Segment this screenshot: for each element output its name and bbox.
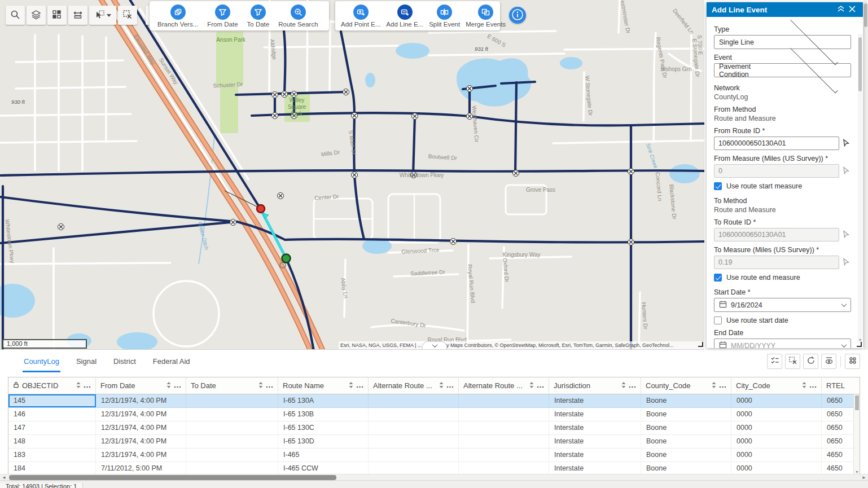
- column-menu-icon[interactable]: [537, 381, 544, 390]
- clear-table-selection-button[interactable]: [785, 354, 800, 369]
- column-menu-icon[interactable]: [719, 381, 726, 390]
- collapse-panel-button[interactable]: [835, 4, 847, 15]
- sort-icon[interactable]: [529, 381, 534, 390]
- scrollbar-thumb[interactable]: [864, 3, 867, 27]
- cell-county-code[interactable]: Boone: [641, 394, 731, 407]
- to-measure-input[interactable]: [714, 256, 839, 269]
- table-row[interactable]: 146 12/31/1974, 4:00 PM I-65 130B Inters…: [8, 408, 860, 421]
- cell-objectid[interactable]: 184: [8, 462, 96, 474]
- table-row[interactable]: 145 12/31/1974, 4:00 PM I-65 130A Inters…: [8, 394, 860, 408]
- column-header-city-code[interactable]: City_Code: [731, 377, 822, 394]
- table-row[interactable]: 183 12/31/1974, 4:00 PM I-465 Interstate…: [8, 449, 860, 462]
- cell-city-code[interactable]: 0000: [731, 421, 822, 434]
- cell-objectid[interactable]: 147: [8, 421, 96, 434]
- to-date-filter-button[interactable]: To Date: [247, 5, 270, 28]
- table-row[interactable]: 184 7/11/2012, 5:00 PM I-465 CCW Interst…: [8, 462, 860, 474]
- sort-icon[interactable]: [76, 381, 81, 390]
- cell-alternate-route-1[interactable]: [369, 408, 459, 421]
- cell-alternate-route-2[interactable]: [459, 394, 549, 407]
- panel-resize-handle[interactable]: [857, 342, 862, 347]
- scroll-down-arrow-icon[interactable]: ▼: [854, 470, 860, 474]
- cell-route-name[interactable]: I-65 130A: [278, 394, 369, 407]
- cell-route-name[interactable]: I-465 CCW: [278, 462, 369, 474]
- measure-button[interactable]: [68, 6, 87, 25]
- cell-jurisdiction[interactable]: Interstate: [549, 408, 641, 421]
- column-header-to-date[interactable]: To Date: [186, 377, 278, 394]
- use-route-end-measure-checkbox[interactable]: Use route end measure: [714, 274, 852, 282]
- cell-to-date[interactable]: [186, 449, 278, 461]
- cell-route-name[interactable]: I-65 130B: [278, 408, 369, 421]
- cell-route-name[interactable]: I-465: [278, 449, 369, 461]
- sort-icon[interactable]: [621, 381, 626, 390]
- event-select[interactable]: Pavement Condition: [714, 63, 851, 77]
- resize-handle[interactable]: [698, 342, 703, 347]
- cell-objectid[interactable]: 148: [8, 435, 96, 448]
- cell-county-code[interactable]: Boone: [641, 408, 731, 421]
- layers-button[interactable]: [27, 6, 46, 25]
- scrollbar-thumb[interactable]: [855, 395, 859, 410]
- cell-to-date[interactable]: [186, 421, 278, 434]
- collapse-table-button[interactable]: [422, 341, 447, 349]
- column-header-route-name[interactable]: Route Name: [278, 377, 369, 394]
- page-scrollbar[interactable]: [863, 0, 868, 350]
- add-line-event-button[interactable]: Add Line E...: [386, 5, 423, 28]
- cell-city-code[interactable]: 0000: [731, 435, 822, 448]
- scrollbar-thumb[interactable]: [858, 37, 862, 91]
- basemap-button[interactable]: [47, 6, 67, 25]
- cell-alternate-route-2[interactable]: [459, 449, 549, 461]
- cell-objectid[interactable]: 146: [8, 408, 96, 421]
- cell-jurisdiction[interactable]: Interstate: [549, 435, 641, 448]
- branch-version-button[interactable]: Branch Vers...: [157, 5, 198, 28]
- column-menu-icon[interactable]: [446, 381, 454, 390]
- hide-fields-button[interactable]: [821, 354, 836, 369]
- table-row[interactable]: 147 12/31/1974, 4:00 PM I-65 130C Inters…: [8, 421, 860, 435]
- cell-alternate-route-1[interactable]: [369, 462, 459, 474]
- column-menu-icon[interactable]: [356, 381, 363, 390]
- use-route-start-date-checkbox[interactable]: Use route start date: [714, 316, 852, 324]
- refresh-button[interactable]: [803, 354, 818, 369]
- from-measure-input[interactable]: [714, 164, 839, 178]
- start-date-picker[interactable]: 9/16/2024: [714, 298, 851, 312]
- table-horizontal-scrollbar[interactable]: ◄ ►: [0, 474, 868, 480]
- add-point-event-button[interactable]: Add Point E...: [341, 5, 380, 28]
- cell-jurisdiction[interactable]: Interstate: [549, 449, 641, 461]
- cell-objectid[interactable]: 183: [8, 449, 96, 461]
- close-panel-button[interactable]: [847, 4, 858, 15]
- cell-alternate-route-2[interactable]: [459, 462, 549, 474]
- cell-jurisdiction[interactable]: Interstate: [549, 394, 641, 407]
- show-selection-button[interactable]: [767, 354, 782, 369]
- map-view[interactable]: Elevated Way Sunset Way Anson Park Wille…: [0, 0, 704, 350]
- cell-from-date[interactable]: 12/31/1974, 4:00 PM: [96, 435, 186, 448]
- from-date-filter-button[interactable]: From Date: [207, 5, 238, 28]
- cell-to-date[interactable]: [186, 394, 278, 407]
- end-date-picker[interactable]: MM/DD/YYYY: [714, 338, 851, 348]
- sort-icon[interactable]: [166, 381, 171, 390]
- column-menu-icon[interactable]: [266, 381, 273, 390]
- from-route-id-input[interactable]: [714, 137, 839, 150]
- cell-jurisdiction[interactable]: Interstate: [549, 462, 641, 474]
- merge-events-button[interactable]: Merge Events: [466, 5, 506, 28]
- cell-county-code[interactable]: Boone: [641, 462, 731, 474]
- cell-county-code[interactable]: Boone: [641, 449, 731, 461]
- select-tool-button[interactable]: [89, 6, 116, 25]
- pick-to-route-on-map-button[interactable]: [842, 230, 850, 240]
- use-route-start-measure-checkbox[interactable]: Use route start measure: [714, 182, 852, 190]
- column-menu-icon[interactable]: [174, 381, 181, 390]
- sort-icon[interactable]: [349, 381, 353, 390]
- tab-district[interactable]: District: [112, 351, 137, 372]
- panel-scrollbar[interactable]: ▼: [858, 34, 862, 343]
- split-event-button[interactable]: Split Event: [429, 5, 460, 28]
- cell-from-date[interactable]: 12/31/1974, 4:00 PM: [96, 421, 186, 434]
- tab-countylog[interactable]: CountyLog: [23, 351, 60, 372]
- sort-icon[interactable]: [802, 381, 806, 390]
- table-options-button[interactable]: [845, 354, 860, 369]
- column-menu-icon[interactable]: [84, 381, 91, 390]
- cell-to-date[interactable]: [186, 462, 278, 474]
- cell-objectid[interactable]: 145: [8, 394, 96, 407]
- cell-alternate-route-2[interactable]: [459, 421, 549, 434]
- table-vertical-scrollbar[interactable]: ▼: [853, 394, 860, 474]
- cell-alternate-route-2[interactable]: [459, 408, 549, 421]
- sort-icon[interactable]: [712, 381, 716, 390]
- column-header-from-date[interactable]: From Date: [96, 377, 186, 394]
- column-menu-icon[interactable]: [809, 381, 817, 390]
